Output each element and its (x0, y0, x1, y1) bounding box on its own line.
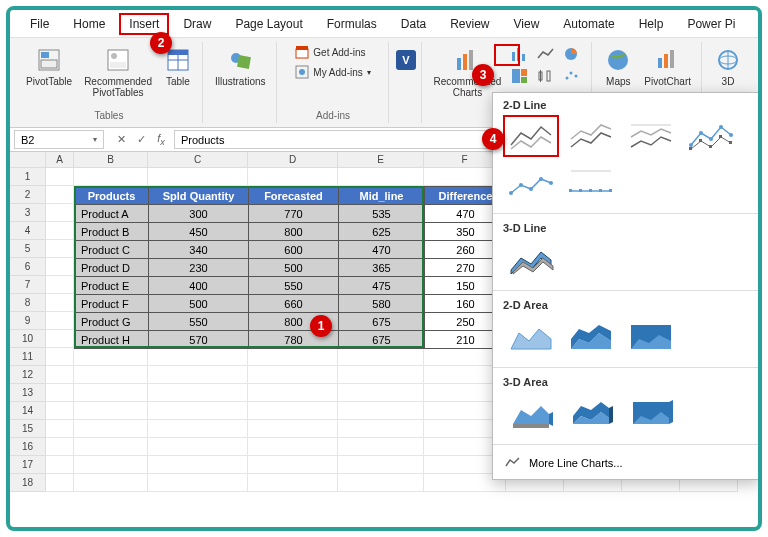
cell[interactable] (46, 402, 74, 420)
table-header[interactable]: Spld Quantity (149, 187, 249, 205)
row-header-7[interactable]: 7 (10, 276, 46, 294)
table-cell[interactable]: 550 (249, 277, 339, 295)
chart-type-100stacked-area[interactable] (623, 315, 679, 357)
table-cell[interactable]: 230 (149, 259, 249, 277)
row-header-6[interactable]: 6 (10, 258, 46, 276)
menu-data[interactable]: Data (391, 13, 436, 35)
table-cell[interactable]: 400 (149, 277, 249, 295)
menu-formulas[interactable]: Formulas (317, 13, 387, 35)
chart-type-line[interactable] (503, 115, 559, 157)
cancel-formula-button[interactable]: ✕ (112, 131, 130, 149)
stats-chart-button[interactable] (535, 66, 559, 86)
row-header-16[interactable]: 16 (10, 438, 46, 456)
table-cell[interactable]: Product B (75, 223, 149, 241)
cell[interactable] (338, 348, 424, 366)
cell[interactable] (338, 456, 424, 474)
chart-type-100stacked-line-markers[interactable] (563, 161, 619, 203)
recommended-pivottables-button[interactable]: Recommended PivotTables (80, 44, 156, 100)
chart-type-stacked-line-markers[interactable] (503, 161, 559, 203)
chart-type-100stacked-line[interactable] (623, 115, 679, 157)
cell[interactable] (148, 168, 248, 186)
get-addins-button[interactable]: Get Add-ins (293, 44, 367, 60)
row-header-18[interactable]: 18 (10, 474, 46, 492)
row-header-13[interactable]: 13 (10, 384, 46, 402)
menu-automate[interactable]: Automate (553, 13, 624, 35)
cell[interactable] (46, 186, 74, 204)
cell[interactable] (148, 402, 248, 420)
table-cell[interactable]: 600 (249, 241, 339, 259)
menu-draw[interactable]: Draw (173, 13, 221, 35)
cell[interactable] (74, 474, 148, 492)
table-cell[interactable]: 770 (249, 205, 339, 223)
cell[interactable] (248, 474, 338, 492)
chart-type-3d-area[interactable] (503, 392, 559, 434)
cell[interactable] (248, 438, 338, 456)
row-header-17[interactable]: 17 (10, 456, 46, 474)
pie-chart-button[interactable] (561, 44, 585, 64)
table-cell[interactable]: Product A (75, 205, 149, 223)
cell[interactable] (46, 168, 74, 186)
cell[interactable] (248, 348, 338, 366)
row-header-4[interactable]: 4 (10, 222, 46, 240)
my-addins-button[interactable]: My Add-ins ▾ (293, 64, 372, 80)
chart-type-3d-stacked-area[interactable] (563, 392, 619, 434)
cell[interactable] (74, 366, 148, 384)
row-header-10[interactable]: 10 (10, 330, 46, 348)
cell[interactable] (46, 348, 74, 366)
table-cell[interactable]: 800 (249, 223, 339, 241)
cell[interactable] (148, 438, 248, 456)
cell[interactable] (338, 474, 424, 492)
table-cell[interactable]: 500 (249, 259, 339, 277)
cell[interactable] (74, 420, 148, 438)
cell[interactable] (148, 474, 248, 492)
cell[interactable] (74, 402, 148, 420)
table-cell[interactable]: Product C (75, 241, 149, 259)
cell[interactable] (248, 168, 338, 186)
chart-type-3d-100stacked-area[interactable] (623, 392, 679, 434)
cell[interactable] (148, 348, 248, 366)
table-cell[interactable]: 300 (149, 205, 249, 223)
cell[interactable] (46, 456, 74, 474)
table-cell[interactable]: 660 (249, 295, 339, 313)
cell[interactable] (74, 168, 148, 186)
col-header-D[interactable]: D (248, 152, 338, 168)
cell[interactable] (148, 456, 248, 474)
chart-type-stacked-area[interactable] (563, 315, 619, 357)
table-cell[interactable]: 625 (339, 223, 425, 241)
table-cell[interactable]: 550 (149, 313, 249, 331)
name-box[interactable]: B2 (14, 130, 104, 149)
visio-addin-button[interactable]: V (388, 44, 424, 76)
cell[interactable] (46, 258, 74, 276)
menu-help[interactable]: Help (629, 13, 674, 35)
accept-formula-button[interactable]: ✓ (132, 131, 150, 149)
col-header-B[interactable]: B (74, 152, 148, 168)
cell[interactable] (248, 366, 338, 384)
cell[interactable] (338, 438, 424, 456)
cell[interactable] (338, 420, 424, 438)
table-cell[interactable]: Product H (75, 331, 149, 349)
row-header-12[interactable]: 12 (10, 366, 46, 384)
cell[interactable] (46, 420, 74, 438)
menu-home[interactable]: Home (63, 13, 115, 35)
cell[interactable] (46, 312, 74, 330)
cell[interactable] (46, 222, 74, 240)
select-all-corner[interactable] (10, 152, 46, 168)
table-cell[interactable]: 475 (339, 277, 425, 295)
cell[interactable] (46, 204, 74, 222)
menu-review[interactable]: Review (440, 13, 499, 35)
maps-button[interactable]: Maps (600, 44, 636, 89)
chart-type-3d-line[interactable] (503, 238, 559, 280)
more-line-charts-button[interactable]: More Line Charts... (493, 447, 759, 479)
row-header-1[interactable]: 1 (10, 168, 46, 186)
cell[interactable] (46, 330, 74, 348)
table-cell[interactable]: 500 (149, 295, 249, 313)
table-cell[interactable]: 570 (149, 331, 249, 349)
row-header-8[interactable]: 8 (10, 294, 46, 312)
table-cell[interactable]: 450 (149, 223, 249, 241)
cell[interactable] (248, 402, 338, 420)
table-cell[interactable]: 675 (339, 313, 425, 331)
fx-button[interactable]: fx (152, 131, 170, 149)
row-header-15[interactable]: 15 (10, 420, 46, 438)
cell[interactable] (46, 240, 74, 258)
table-cell[interactable]: 470 (339, 241, 425, 259)
